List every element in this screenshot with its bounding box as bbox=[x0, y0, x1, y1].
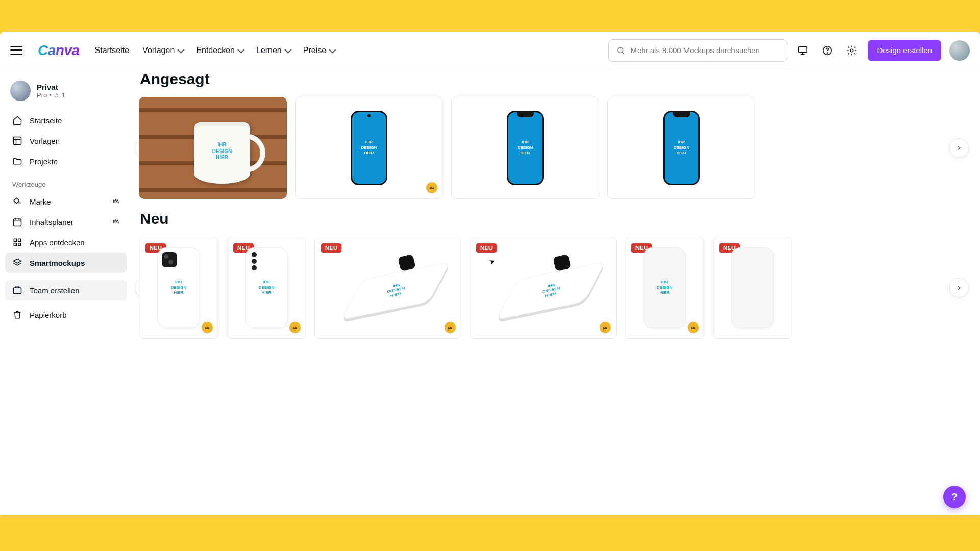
sidebar-item-create-team[interactable]: Team erstellen bbox=[5, 280, 127, 300]
phone-case-mockup: IHR DESIGN HIER bbox=[157, 247, 200, 328]
sidebar-item-apps[interactable]: Apps entdecken bbox=[5, 232, 127, 253]
phone-case-mockup: IHR DESIGN HIER bbox=[245, 247, 288, 328]
team-icon bbox=[12, 285, 22, 295]
phone-mockup: IHR DESIGN HIER bbox=[507, 111, 544, 185]
sidebar: Privat Pro • 1 Startseite Vorlagen Pr bbox=[0, 69, 132, 416]
camera-icon bbox=[162, 252, 177, 267]
brand-icon bbox=[12, 196, 22, 207]
search-input[interactable] bbox=[630, 46, 743, 55]
nav-pricing-label: Preise bbox=[303, 46, 326, 55]
sidebar-item-label: Projekte bbox=[30, 157, 58, 166]
mug-mockup: IHR DESIGN HIER bbox=[194, 122, 250, 184]
phone-mockup: IHR DESIGN HIER bbox=[663, 111, 700, 185]
new-row: NEU IHR DESIGN HIER NEU IHR DESIGN HIER bbox=[139, 237, 743, 339]
svg-rect-20 bbox=[14, 288, 21, 294]
phone-mockup: IHR DESIGN HIER bbox=[351, 111, 387, 185]
heading-trending: Angesagt bbox=[140, 70, 743, 88]
placeholder-text: IHR DESIGN HIER bbox=[674, 140, 690, 156]
mockup-card-phone[interactable]: IHR DESIGN HIER bbox=[451, 97, 599, 199]
svg-rect-19 bbox=[18, 243, 21, 246]
nav-templates[interactable]: Vorlagen bbox=[142, 46, 183, 55]
topbar: Canva Startseite Vorlagen Entdecken Lern… bbox=[0, 32, 743, 69]
mockup-card-case[interactable]: NEU IHR DESIGN HIER bbox=[139, 237, 218, 339]
tools-label: Werkzeuge bbox=[5, 171, 127, 191]
chevron-down-icon bbox=[329, 46, 334, 55]
team-plan: Pro bbox=[37, 91, 47, 99]
sidebar-item-brand[interactable]: Marke bbox=[5, 191, 127, 212]
crown-icon bbox=[688, 322, 699, 333]
svg-point-0 bbox=[618, 47, 623, 53]
placeholder-text: IHR DESIGN HIER bbox=[541, 282, 560, 300]
camera-icon bbox=[252, 252, 257, 270]
svg-rect-12 bbox=[14, 219, 21, 226]
home-icon bbox=[12, 115, 22, 126]
sidebar-item-label: Team erstellen bbox=[30, 286, 80, 295]
crown-icon bbox=[112, 197, 119, 206]
new-badge: NEU bbox=[321, 243, 341, 253]
sidebar-item-label: Inhaltsplaner bbox=[30, 218, 74, 227]
new-badge: NEU bbox=[476, 243, 497, 253]
crown-icon bbox=[202, 322, 213, 333]
mockup-card-phone[interactable]: IHR DESIGN HIER bbox=[607, 97, 743, 199]
placeholder-text: IHR DESIGN HIER bbox=[518, 140, 533, 156]
mockup-card-case[interactable]: NEU IHR DESIGN HIER bbox=[227, 237, 306, 339]
placeholder-text: IHR DESIGN HIER bbox=[361, 140, 377, 156]
apps-icon bbox=[12, 237, 22, 247]
nav-explore[interactable]: Entdecken bbox=[196, 46, 243, 55]
mockup-card-case-iso[interactable]: NEU IHR DESIGN HIER bbox=[314, 237, 461, 339]
search-icon bbox=[616, 46, 625, 55]
mockup-card-mug[interactable]: IHR DESIGN HIER bbox=[139, 97, 287, 199]
svg-rect-9 bbox=[14, 137, 21, 145]
mockup-card-phone[interactable]: IHR DESIGN HIER bbox=[295, 97, 443, 199]
phone-case-iso-mockup: IHR DESIGN HIER bbox=[342, 249, 434, 326]
svg-point-8 bbox=[56, 93, 57, 95]
mockup-card-case-iso[interactable]: NEU IHR DESIGN HIER bbox=[470, 237, 617, 339]
svg-rect-17 bbox=[18, 239, 21, 241]
sidebar-item-projects[interactable]: Projekte bbox=[5, 151, 127, 171]
crown-icon bbox=[289, 322, 301, 333]
nav-home[interactable]: Startseite bbox=[95, 46, 130, 55]
chevron-down-icon bbox=[285, 46, 290, 55]
team-sub: Pro • 1 bbox=[37, 91, 65, 99]
sidebar-item-planner[interactable]: Inhaltsplaner bbox=[5, 212, 127, 232]
phone-case-mockup bbox=[731, 247, 743, 328]
placeholder-text: IHR DESIGN HIER bbox=[657, 280, 673, 295]
sidebar-item-label: Marke bbox=[30, 197, 51, 206]
sidebar-item-templates[interactable]: Vorlagen bbox=[5, 131, 127, 151]
placeholder-text: IHR DESIGN HIER bbox=[386, 282, 405, 300]
nav-pricing[interactable]: Preise bbox=[303, 46, 334, 55]
heading-new: Neu bbox=[140, 210, 743, 228]
primary-nav: Startseite Vorlagen Entdecken Lernen Pre… bbox=[95, 46, 335, 55]
placeholder-text: IHR DESIGN HIER bbox=[203, 142, 241, 161]
nav-learn-label: Lernen bbox=[256, 46, 282, 55]
team-member-count: 1 bbox=[62, 91, 65, 99]
menu-icon[interactable] bbox=[10, 46, 22, 55]
team-name: Privat bbox=[37, 83, 65, 91]
crown-icon bbox=[600, 322, 611, 333]
team-switcher[interactable]: Privat Pro • 1 bbox=[5, 77, 127, 110]
person-icon bbox=[54, 92, 60, 98]
sidebar-item-label: Smartmockups bbox=[30, 259, 85, 267]
sidebar-item-trash[interactable]: Papierkorb bbox=[5, 305, 127, 325]
sidebar-item-home[interactable]: Startseite bbox=[5, 110, 127, 131]
team-avatar bbox=[10, 81, 31, 101]
folder-icon bbox=[12, 156, 22, 166]
sidebar-item-label: Papierkorb bbox=[30, 311, 67, 319]
sidebar-item-smartmockups[interactable]: Smartmockups bbox=[5, 253, 127, 273]
crown-icon bbox=[445, 322, 456, 333]
chevron-down-icon bbox=[238, 46, 243, 55]
search-box[interactable] bbox=[608, 39, 743, 62]
sidebar-item-label: Startseite bbox=[30, 116, 62, 125]
placeholder-text: IHR DESIGN HIER bbox=[171, 280, 187, 295]
crown-icon bbox=[112, 218, 119, 227]
sidebar-item-label: Vorlagen bbox=[30, 137, 60, 145]
main-content: Angesagt IHR DESIGN HIER IHR DESIGN HIER… bbox=[132, 69, 743, 416]
mockup-card-case[interactable]: NEU IHR DESIGN HIER bbox=[625, 237, 704, 339]
mockup-card-case[interactable]: NEU bbox=[713, 237, 743, 339]
nav-learn[interactable]: Lernen bbox=[256, 46, 290, 55]
logo[interactable]: Canva bbox=[38, 42, 80, 59]
svg-rect-16 bbox=[14, 239, 16, 241]
layers-icon bbox=[12, 258, 22, 268]
svg-rect-18 bbox=[14, 243, 16, 246]
trash-icon bbox=[12, 310, 22, 320]
